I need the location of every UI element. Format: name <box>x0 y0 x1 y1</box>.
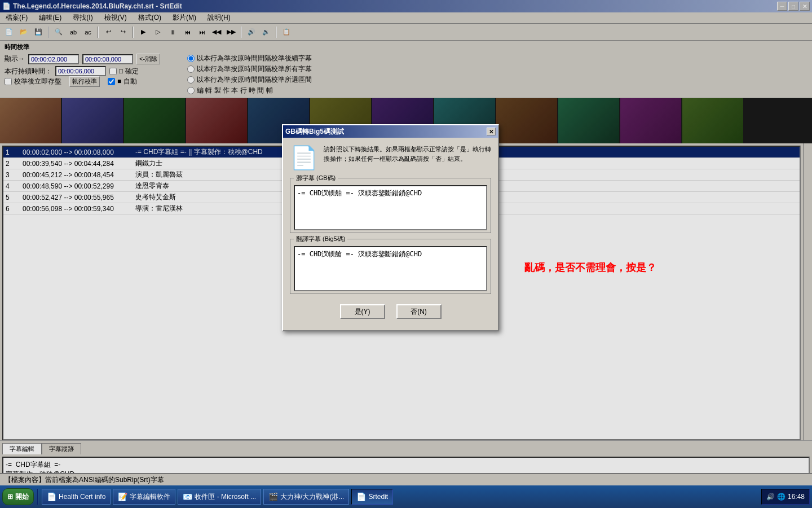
taskbar-item-3[interactable]: 📧 收件匣 - Microsoft ... <box>178 489 261 505</box>
dialog-icon: 📄 <box>290 144 318 171</box>
taskbar-icon-2: 📝 <box>118 492 127 501</box>
dialog-close-button[interactable]: ✕ <box>487 128 496 135</box>
taskbar-item-2[interactable]: 📝 字幕編輯軟件 <box>113 489 175 505</box>
dialog-message: 請對照以下轉換結果。如果兩框都顯示正常請按「是」執行轉換操作；如果任何一框顯示為… <box>324 144 491 163</box>
taskbar-item-5[interactable]: 📄 Srtedit <box>351 489 393 505</box>
source-label: 源字幕 (GB碼) <box>294 174 338 182</box>
dialog-title-bar: GB碼轉Big5碼測試 ✕ <box>283 125 498 138</box>
taskbar-icon-3: 📧 <box>183 492 192 501</box>
tray-icon-1: 🔊 <box>766 493 775 501</box>
taskbar-icon-1: 📄 <box>47 492 56 501</box>
dialog-buttons: 是(Y) 否(N) <box>290 300 491 323</box>
taskbar-icon-5: 📄 <box>356 492 366 501</box>
clock: 16:48 <box>788 493 805 501</box>
annotation-text: 亂碼，是否不需理會，按是？ <box>524 260 656 274</box>
source-textbox: -= CHD汊輭舶 =- 汊輭枩鑒斷錯鎖@CHD <box>294 185 487 230</box>
dialog-translated-section: 翻譯字幕 (Big5碼) -= CHD汊輭艙 =- 汊輭枩鑒斷錯鎖@CHD <box>290 239 491 294</box>
no-button[interactable]: 否(N) <box>396 304 442 319</box>
translated-label: 翻譯字幕 (Big5碼) <box>294 235 347 243</box>
start-label: 開始 <box>15 492 29 502</box>
dialog-source-section: 源字幕 (GB碼) -= CHD汊輭舶 =- 汊輭枩鑒斷錯鎖@CHD <box>290 178 491 233</box>
dialog-body: 📄 請對照以下轉換結果。如果兩框都顯示正常請按「是」執行轉換操作；如果任何一框顯… <box>283 138 498 330</box>
taskbar-label-3: 收件匣 - Microsoft ... <box>195 492 256 502</box>
taskbar-item-1[interactable]: 📄 Health Cert info <box>42 489 111 505</box>
dialog-title: GB碼轉Big5碼測試 <box>285 127 344 137</box>
translated-textbox: -= CHD汊輭艙 =- 汊輭枩鑒斷錯鎖@CHD <box>294 246 487 291</box>
taskbar-label-1: Health Cert info <box>59 493 105 501</box>
taskbar-label-2: 字幕編輯軟件 <box>130 492 170 502</box>
yes-button[interactable]: 是(Y) <box>340 304 385 319</box>
tray-icon-2: 🌐 <box>777 493 785 501</box>
windows-logo: ⊞ <box>7 493 13 501</box>
taskbar-label-5: Srtedit <box>368 493 388 501</box>
taskbar-icon-4: 🎬 <box>268 492 278 501</box>
main-window: 📄 The.Legend.of.Hercules.2014.BluRay.cht… <box>0 0 812 508</box>
translated-textbox-wrapper: 翻譯字幕 (Big5碼) -= CHD汊輭艙 =- 汊輭枩鑒斷錯鎖@CHD <box>290 239 491 294</box>
taskbar-sep <box>37 489 38 505</box>
taskbar-item-4[interactable]: 🎬 大力神/大力戰神(港... <box>263 489 349 505</box>
taskbar-label-4: 大力神/大力戰神(港... <box>280 492 344 502</box>
system-tray: 🔊 🌐 16:48 <box>761 489 810 505</box>
taskbar: ⊞ 開始 📄 Health Cert info 📝 字幕編輯軟件 📧 收件匣 -… <box>0 485 812 508</box>
gb-big5-dialog: GB碼轉Big5碼測試 ✕ 📄 請對照以下轉換結果。如果兩框都顯示正常請按「是」… <box>282 124 499 331</box>
dialog-top: 📄 請對照以下轉換結果。如果兩框都顯示正常請按「是」執行轉換操作；如果任何一框顯… <box>290 144 491 171</box>
start-button[interactable]: ⊞ 開始 <box>2 488 34 505</box>
dialog-overlay: GB碼轉Big5碼測試 ✕ 📄 請對照以下轉換結果。如果兩框都顯示正常請按「是」… <box>0 0 812 508</box>
source-textbox-wrapper: 源字幕 (GB碼) -= CHD汊輭舶 =- 汊輭枩鑒斷錯鎖@CHD <box>290 178 491 233</box>
